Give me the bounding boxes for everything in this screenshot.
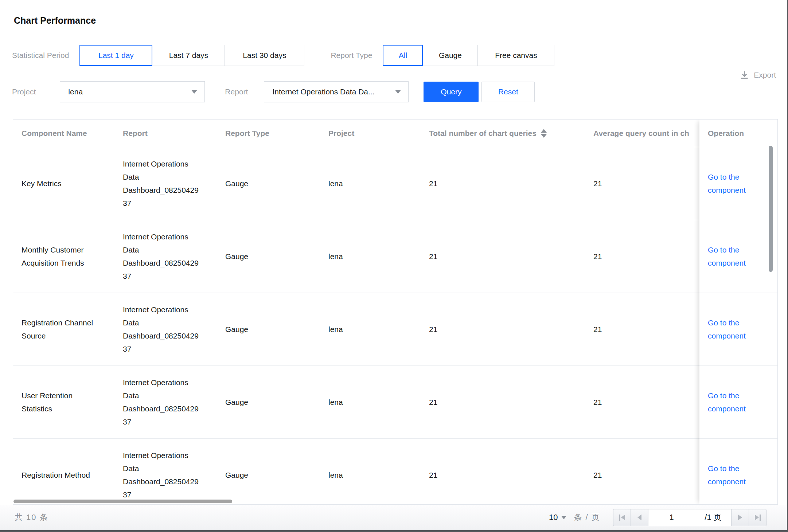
cell-report: Internet Operations Data Dashboard_08250… (114, 366, 217, 438)
filter-row-project-report: Project lena Report Internet Operations … (12, 81, 535, 102)
report-type-option-free-canvas[interactable]: Free canvas (477, 45, 554, 66)
col-total-queries[interactable]: Total number of chart queries (421, 120, 585, 147)
download-icon (740, 70, 749, 80)
col-project: Project (320, 120, 421, 147)
report-type-option-all[interactable]: All (383, 45, 423, 66)
query-button[interactable]: Query (424, 82, 479, 102)
page-size-value: 10 (549, 513, 558, 522)
report-select[interactable]: Internet Operations Data Da... (264, 81, 409, 102)
chevron-down-icon (395, 90, 401, 94)
operation-cell: Go to the component (699, 439, 777, 505)
table: Component Name Report Report Type Projec… (13, 119, 778, 505)
cell-report-type: Gauge (217, 439, 320, 505)
cell-report: Internet Operations Data Dashboard_08250… (114, 220, 217, 293)
page-input[interactable]: 1 (648, 509, 695, 526)
cell-report-type: Gauge (217, 147, 320, 220)
total-pages-text: /1 页 (695, 509, 732, 526)
sort-asc-icon (541, 129, 547, 133)
cell-project: lena (320, 220, 421, 293)
pagination-footer: 共 10 条 10 条 / 页 1 /1 页 (0, 505, 788, 530)
cell-total-queries: 21 (421, 147, 585, 220)
go-to-component-link[interactable]: Go to the component (708, 389, 756, 415)
cell-component-name: Key Metrics (13, 147, 114, 220)
statistical-period-label: Statistical Period (12, 51, 69, 60)
next-page-icon (738, 515, 742, 520)
page-title: Chart Performance (14, 15, 96, 26)
cell-component-name: Registration Method (13, 439, 114, 505)
operation-cell: Go to the component (699, 220, 777, 293)
table-row: User Retention Statistics Internet Opera… (13, 366, 777, 439)
table-row: Registration Method Internet Operations … (13, 439, 777, 505)
filter-row-period-type: Statistical Period Last 1 day Last 7 day… (12, 45, 554, 66)
col-operation: Operation (699, 120, 777, 147)
chevron-down-icon (191, 90, 197, 94)
last-page-button[interactable] (749, 509, 766, 526)
period-option-last-7-days[interactable]: Last 7 days (152, 45, 225, 66)
table-header: Component Name Report Report Type Projec… (13, 120, 777, 147)
report-type-group: All Gauge Free canvas (383, 45, 554, 66)
operation-cells: Go to the component Go to the component … (699, 147, 777, 505)
cell-project: lena (320, 366, 421, 438)
prev-page-button[interactable] (631, 509, 648, 526)
cell-report-type: Gauge (217, 220, 320, 293)
export-button[interactable]: Export (740, 70, 776, 80)
cell-project: lena (320, 439, 421, 505)
export-label: Export (754, 71, 776, 79)
cell-component-name: Registration Channel Source (13, 293, 114, 365)
go-to-component-link[interactable]: Go to the component (708, 316, 756, 343)
col-component-name: Component Name (13, 120, 114, 147)
statistical-period-group: Last 1 day Last 7 days Last 30 days (80, 45, 304, 66)
chart-performance-page: Chart Performance Statistical Period Las… (0, 0, 788, 532)
col-report: Report (114, 120, 217, 147)
operation-cell: Go to the component (699, 293, 777, 366)
cell-component-name: User Retention Statistics (13, 366, 114, 438)
cell-report: Internet Operations Data Dashboard_08250… (114, 293, 217, 365)
cell-total-queries: 21 (421, 293, 585, 365)
prev-page-icon (637, 515, 641, 520)
cell-project: lena (320, 293, 421, 365)
cell-total-queries: 21 (421, 220, 585, 293)
period-option-last-30-days[interactable]: Last 30 days (225, 45, 304, 66)
cell-report-type: Gauge (217, 366, 320, 438)
go-to-component-link[interactable]: Go to the component (708, 462, 756, 488)
cell-component-name: Monthly Customer Acquisition Trends (13, 220, 114, 293)
page-size-unit-label: 条 / 页 (574, 512, 600, 523)
last-page-icon (755, 515, 759, 520)
cell-report: Internet Operations Data Dashboard_08250… (114, 439, 217, 505)
cell-total-queries: 21 (421, 439, 585, 505)
cell-project: lena (320, 147, 421, 220)
operation-cell: Go to the component (699, 366, 777, 439)
sort-arrows-icon[interactable] (541, 129, 547, 138)
report-type-label: Report Type (331, 51, 372, 60)
go-to-component-link[interactable]: Go to the component (708, 243, 756, 270)
report-type-option-gauge[interactable]: Gauge (422, 45, 478, 66)
table-row: Monthly Customer Acquisition Trends Inte… (13, 220, 777, 293)
go-to-component-link[interactable]: Go to the component (708, 171, 756, 197)
report-label: Report (225, 87, 248, 96)
col-report-type: Report Type (217, 120, 320, 147)
reset-button[interactable]: Reset (481, 82, 535, 102)
cell-total-queries: 21 (421, 366, 585, 438)
table-body: Key Metrics Internet Operations Data Das… (13, 147, 777, 505)
project-select[interactable]: lena (60, 81, 205, 102)
next-page-button[interactable] (731, 509, 749, 526)
period-option-last-1-day[interactable]: Last 1 day (79, 45, 152, 66)
chevron-down-icon (561, 516, 566, 519)
vertical-scrollbar-thumb[interactable] (769, 146, 773, 272)
first-page-button[interactable] (613, 509, 631, 526)
first-page-icon (619, 515, 620, 521)
operation-cell: Go to the component (699, 147, 777, 220)
horizontal-scrollbar-thumb[interactable] (13, 500, 232, 503)
sort-desc-icon (541, 134, 547, 138)
cell-report-type: Gauge (217, 293, 320, 365)
table-row: Registration Channel Source Internet Ope… (13, 293, 777, 366)
project-label: Project (12, 87, 36, 96)
table-row: Key Metrics Internet Operations Data Das… (13, 147, 777, 220)
cell-report: Internet Operations Data Dashboard_08250… (114, 147, 217, 220)
page-size-select[interactable]: 10 条 / 页 (549, 512, 600, 523)
project-select-value: lena (68, 87, 191, 96)
operation-column: Operation Go to the component Go to the … (699, 120, 777, 504)
window-edge-bottom (0, 530, 788, 532)
total-count-text: 共 10 条 (15, 512, 48, 523)
report-select-value: Internet Operations Data Da... (272, 87, 395, 96)
